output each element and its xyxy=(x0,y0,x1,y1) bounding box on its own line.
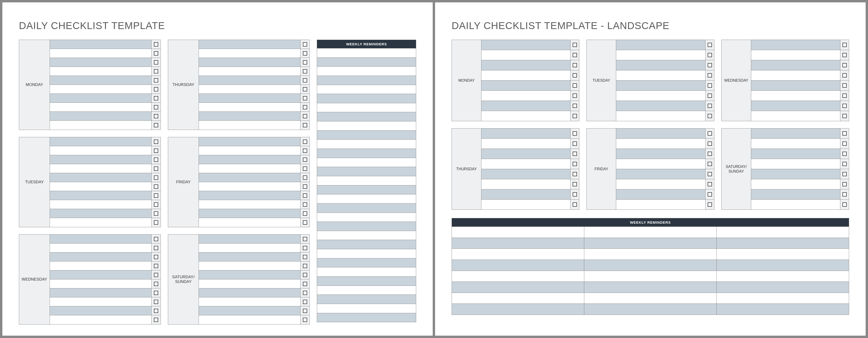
task-text-cell[interactable] xyxy=(50,200,152,209)
task-text-cell[interactable] xyxy=(751,70,840,80)
task-text-cell[interactable] xyxy=(50,103,152,111)
task-text-cell[interactable] xyxy=(199,164,301,173)
task-text-cell[interactable] xyxy=(199,58,301,67)
checkbox-icon[interactable] xyxy=(303,42,307,46)
reminder-row[interactable] xyxy=(317,167,416,176)
task-text-cell[interactable] xyxy=(199,103,301,111)
checkbox-icon[interactable] xyxy=(708,202,712,207)
task-text-cell[interactable] xyxy=(616,179,705,189)
reminder-cell[interactable] xyxy=(717,282,849,293)
checkbox-icon[interactable] xyxy=(708,83,712,88)
reminder-row[interactable] xyxy=(317,85,416,94)
task-text-cell[interactable] xyxy=(616,111,705,121)
checkbox-icon[interactable] xyxy=(154,42,158,46)
task-text-cell[interactable] xyxy=(482,200,570,209)
task-text-cell[interactable] xyxy=(199,289,301,297)
task-text-cell[interactable] xyxy=(50,279,152,288)
task-text-cell[interactable] xyxy=(50,252,152,261)
reminder-row[interactable] xyxy=(317,231,416,240)
checkbox-icon[interactable] xyxy=(708,104,712,108)
checkbox-icon[interactable] xyxy=(303,96,307,100)
checkbox-icon[interactable] xyxy=(303,282,307,286)
task-text-cell[interactable] xyxy=(616,129,705,138)
task-text-cell[interactable] xyxy=(50,306,152,315)
checkbox-icon[interactable] xyxy=(573,73,577,77)
task-text-cell[interactable] xyxy=(50,218,152,227)
checkbox-icon[interactable] xyxy=(842,63,847,67)
checkbox-icon[interactable] xyxy=(303,148,307,153)
checkbox-icon[interactable] xyxy=(154,87,158,92)
checkbox-icon[interactable] xyxy=(303,167,307,171)
task-text-cell[interactable] xyxy=(199,137,301,146)
reminder-row[interactable] xyxy=(317,131,416,140)
checkbox-icon[interactable] xyxy=(154,282,158,286)
reminder-cell[interactable] xyxy=(717,227,849,238)
task-text-cell[interactable] xyxy=(199,209,301,218)
checkbox-icon[interactable] xyxy=(303,255,307,259)
checkbox-icon[interactable] xyxy=(303,123,307,127)
task-text-cell[interactable] xyxy=(199,94,301,102)
checkbox-icon[interactable] xyxy=(154,105,158,109)
checkbox-icon[interactable] xyxy=(154,237,158,241)
checkbox-icon[interactable] xyxy=(154,255,158,259)
checkbox-icon[interactable] xyxy=(573,192,577,197)
checkbox-icon[interactable] xyxy=(573,53,577,57)
reminder-row[interactable] xyxy=(317,213,416,222)
checkbox-icon[interactable] xyxy=(154,140,158,144)
task-text-cell[interactable] xyxy=(50,173,152,182)
checkbox-icon[interactable] xyxy=(303,202,307,207)
reminder-row[interactable] xyxy=(317,259,416,268)
checkbox-icon[interactable] xyxy=(303,87,307,92)
task-text-cell[interactable] xyxy=(482,80,570,91)
checkbox-icon[interactable] xyxy=(154,148,158,153)
task-text-cell[interactable] xyxy=(50,121,152,130)
checkbox-icon[interactable] xyxy=(303,300,307,304)
checkbox-icon[interactable] xyxy=(154,194,158,198)
task-text-cell[interactable] xyxy=(482,190,570,199)
task-text-cell[interactable] xyxy=(50,146,152,155)
task-text-cell[interactable] xyxy=(50,297,152,306)
checkbox-icon[interactable] xyxy=(708,162,712,166)
reminder-row[interactable] xyxy=(317,76,416,85)
reminder-cell[interactable] xyxy=(584,260,717,271)
reminder-row[interactable] xyxy=(317,277,416,286)
reminder-row[interactable] xyxy=(317,222,416,231)
task-text-cell[interactable] xyxy=(482,50,570,60)
checkbox-icon[interactable] xyxy=(303,51,307,56)
task-text-cell[interactable] xyxy=(482,40,570,50)
reminder-cell[interactable] xyxy=(452,249,584,260)
checkbox-icon[interactable] xyxy=(842,151,847,156)
checkbox-icon[interactable] xyxy=(154,246,158,250)
reminder-cell[interactable] xyxy=(584,282,717,293)
checkbox-icon[interactable] xyxy=(303,291,307,295)
checkbox-icon[interactable] xyxy=(842,53,847,57)
checkbox-icon[interactable] xyxy=(708,73,712,77)
reminder-cell[interactable] xyxy=(452,238,584,249)
checkbox-icon[interactable] xyxy=(573,182,577,187)
task-text-cell[interactable] xyxy=(751,40,840,50)
checkbox-icon[interactable] xyxy=(842,131,847,136)
task-text-cell[interactable] xyxy=(199,315,301,324)
task-text-cell[interactable] xyxy=(482,101,570,111)
checkbox-icon[interactable] xyxy=(154,60,158,65)
reminder-row[interactable] xyxy=(317,122,416,131)
reminder-row[interactable] xyxy=(317,267,416,277)
task-text-cell[interactable] xyxy=(50,155,152,164)
task-text-cell[interactable] xyxy=(616,70,705,80)
reminder-cell[interactable] xyxy=(584,271,717,282)
reminder-cell[interactable] xyxy=(584,293,717,304)
task-text-cell[interactable] xyxy=(50,164,152,173)
task-text-cell[interactable] xyxy=(199,270,301,279)
task-text-cell[interactable] xyxy=(751,159,840,169)
checkbox-icon[interactable] xyxy=(842,73,847,77)
checkbox-icon[interactable] xyxy=(842,172,847,176)
task-text-cell[interactable] xyxy=(199,40,301,49)
task-text-cell[interactable] xyxy=(616,149,705,159)
reminder-cell[interactable] xyxy=(452,260,584,271)
task-text-cell[interactable] xyxy=(751,179,840,189)
checkbox-icon[interactable] xyxy=(573,63,577,67)
checkbox-icon[interactable] xyxy=(573,104,577,108)
task-text-cell[interactable] xyxy=(616,200,705,209)
task-text-cell[interactable] xyxy=(751,101,840,111)
reminder-cell[interactable] xyxy=(584,249,717,260)
